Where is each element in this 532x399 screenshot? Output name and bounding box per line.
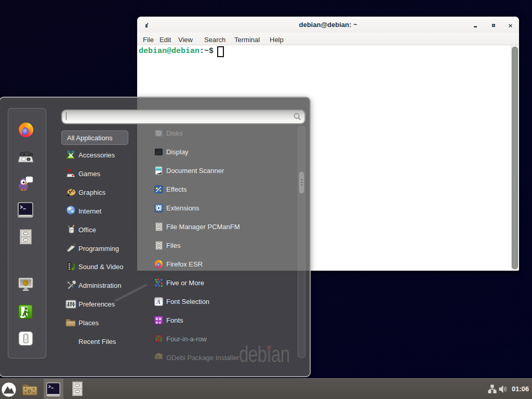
svg-text:a a: a a xyxy=(156,320,161,325)
svg-text:A: A xyxy=(156,298,161,305)
svg-text:D: D xyxy=(28,389,31,394)
